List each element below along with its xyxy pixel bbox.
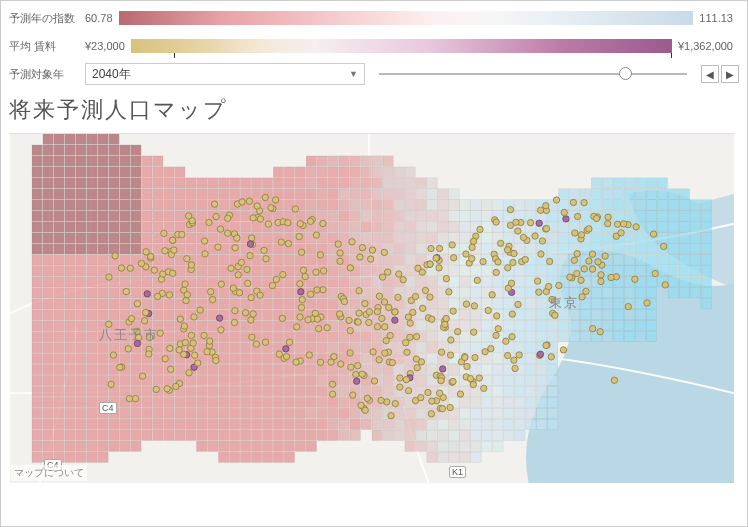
svg-rect-1302 [251, 419, 261, 429]
svg-rect-1336 [98, 430, 108, 440]
svg-rect-1192 [98, 397, 108, 407]
svg-rect-1158 [251, 386, 261, 396]
svg-rect-1339 [131, 430, 141, 440]
svg-rect-1293 [153, 419, 163, 429]
svg-rect-191 [372, 200, 382, 210]
svg-rect-159 [679, 189, 689, 199]
svg-point-1766 [253, 341, 259, 347]
svg-point-1710 [179, 231, 185, 237]
svg-rect-1308 [317, 419, 327, 429]
svg-rect-42 [76, 167, 86, 177]
svg-rect-1214 [339, 397, 349, 407]
svg-rect-78 [175, 178, 185, 188]
svg-rect-965 [240, 342, 250, 352]
svg-rect-1108 [229, 375, 239, 385]
svg-rect-895 [98, 331, 108, 341]
svg-point-1470 [447, 352, 453, 358]
svg-rect-1043 [43, 364, 53, 374]
svg-rect-1258 [295, 408, 305, 418]
svg-rect-113 [76, 189, 86, 199]
svg-point-1584 [195, 360, 201, 366]
svg-rect-453 [526, 244, 536, 254]
svg-point-1744 [192, 352, 198, 358]
svg-point-1714 [515, 301, 521, 307]
map-attribution[interactable]: マップについて [11, 465, 87, 481]
svg-rect-250 [339, 211, 349, 221]
svg-rect-1335 [87, 430, 97, 440]
svg-point-1443 [292, 206, 298, 212]
svg-rect-170 [142, 200, 152, 210]
svg-rect-1240 [98, 408, 108, 418]
svg-rect-126 [218, 189, 228, 199]
svg-point-1722 [216, 315, 222, 321]
svg-rect-1143 [87, 386, 97, 396]
svg-rect-347 [43, 233, 53, 243]
svg-rect-201 [482, 200, 492, 210]
year-dropdown[interactable]: 2040年 ▼ [85, 63, 365, 85]
svg-point-1801 [469, 244, 475, 250]
svg-rect-353 [109, 233, 119, 243]
map-canvas[interactable] [9, 134, 735, 483]
svg-point-1538 [404, 349, 410, 355]
year-next-button[interactable]: ▶ [721, 65, 739, 83]
svg-rect-1131 [482, 375, 492, 385]
svg-rect-1238 [76, 408, 86, 418]
svg-rect-1095 [87, 375, 97, 385]
svg-rect-620 [317, 277, 327, 287]
svg-rect-32 [328, 156, 338, 166]
svg-rect-321 [438, 222, 448, 232]
svg-rect-599 [87, 277, 97, 287]
svg-rect-463 [635, 244, 645, 254]
svg-rect-595 [43, 277, 53, 287]
svg-rect-518 [558, 255, 568, 265]
svg-rect-997 [65, 353, 75, 363]
svg-point-1771 [428, 245, 434, 251]
svg-rect-721 [76, 299, 86, 309]
svg-rect-1239 [87, 408, 97, 418]
svg-point-1859 [230, 285, 236, 291]
svg-rect-1387 [229, 441, 239, 451]
svg-rect-1067 [306, 364, 316, 374]
svg-point-1504 [125, 346, 131, 352]
svg-rect-770 [613, 299, 623, 309]
svg-rect-261 [460, 211, 470, 221]
svg-rect-1416 [273, 452, 283, 462]
svg-point-1862 [625, 303, 631, 309]
svg-point-1872 [513, 219, 519, 225]
svg-rect-777 [54, 309, 64, 319]
svg-rect-1088 [537, 364, 547, 374]
svg-rect-468 [690, 244, 700, 254]
svg-rect-68 [65, 178, 75, 188]
year-slider[interactable] [379, 73, 687, 75]
svg-rect-349 [65, 233, 75, 243]
svg-rect-545 [175, 266, 185, 276]
svg-rect-1371 [493, 430, 503, 440]
svg-rect-1185 [547, 386, 557, 396]
svg-rect-1353 [284, 430, 294, 440]
svg-rect-1140 [54, 386, 64, 396]
svg-point-1609 [532, 233, 538, 239]
svg-rect-403 [657, 233, 667, 243]
svg-rect-221 [701, 200, 711, 210]
svg-rect-547 [197, 266, 207, 276]
svg-rect-254 [383, 211, 393, 221]
year-slider-handle[interactable] [619, 67, 632, 80]
svg-rect-1092 [54, 375, 64, 385]
svg-rect-1039 [526, 353, 536, 363]
svg-rect-378 [383, 233, 393, 243]
svg-rect-1196 [142, 397, 152, 407]
svg-rect-759 [493, 299, 503, 309]
svg-rect-1064 [273, 364, 283, 374]
svg-rect-843 [153, 320, 163, 330]
svg-rect-853 [262, 320, 272, 330]
svg-rect-462 [624, 244, 634, 254]
legend-index-max: 111.13 [693, 12, 739, 24]
map[interactable]: 八王子市 東京 C4 C4 K1 マップについて [9, 133, 735, 483]
svg-rect-1405 [43, 452, 53, 462]
svg-rect-150 [580, 189, 590, 199]
svg-rect-679 [284, 288, 294, 298]
svg-rect-360 [186, 233, 196, 243]
year-prev-button[interactable]: ◀ [701, 65, 719, 83]
svg-rect-230 [120, 211, 130, 221]
svg-point-1455 [369, 247, 375, 253]
